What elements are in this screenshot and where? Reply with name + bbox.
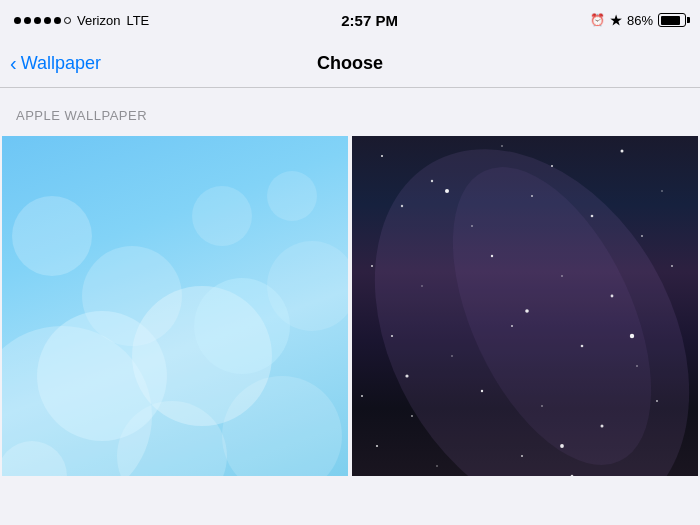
svg-point-24 xyxy=(641,235,643,237)
svg-point-29 xyxy=(611,295,614,298)
svg-point-15 xyxy=(431,180,433,182)
battery-percent: 86% xyxy=(627,13,653,28)
wallpaper-item-bubbles[interactable] xyxy=(2,136,348,476)
status-left: Verizon LTE xyxy=(14,13,149,28)
svg-point-14 xyxy=(381,155,383,157)
signal-dot-4 xyxy=(44,17,51,24)
svg-point-42 xyxy=(376,445,378,447)
svg-point-37 xyxy=(411,415,413,417)
svg-point-25 xyxy=(371,265,373,267)
wallpaper-grid xyxy=(0,134,700,478)
page-title: Choose xyxy=(317,53,383,74)
svg-point-18 xyxy=(621,150,624,153)
svg-point-30 xyxy=(671,265,673,267)
svg-point-11 xyxy=(194,278,290,374)
back-button[interactable]: ‹ Wallpaper xyxy=(10,53,101,74)
svg-point-39 xyxy=(541,405,543,407)
svg-point-44 xyxy=(521,455,523,457)
svg-point-10 xyxy=(37,311,167,441)
chevron-left-icon: ‹ xyxy=(10,53,17,73)
svg-point-16 xyxy=(501,145,503,147)
svg-point-26 xyxy=(421,285,422,286)
svg-point-19 xyxy=(661,190,663,192)
section-header-label: APPLE WALLPAPER xyxy=(16,108,147,123)
svg-point-4 xyxy=(12,196,92,276)
svg-point-46 xyxy=(445,189,449,193)
svg-point-48 xyxy=(630,334,634,338)
svg-point-20 xyxy=(401,205,403,207)
back-button-label: Wallpaper xyxy=(21,53,101,74)
svg-point-40 xyxy=(601,425,604,428)
navigation-bar: ‹ Wallpaper Choose xyxy=(0,40,700,88)
status-time: 2:57 PM xyxy=(341,12,398,29)
signal-dots xyxy=(14,17,71,24)
battery-fill xyxy=(661,16,681,25)
svg-point-50 xyxy=(560,444,564,448)
svg-point-43 xyxy=(436,465,438,467)
status-right: ⏰ ★ 86% xyxy=(590,13,686,28)
svg-point-21 xyxy=(471,225,473,227)
carrier-name: Verizon xyxy=(77,13,120,28)
svg-point-49 xyxy=(405,374,408,377)
svg-point-28 xyxy=(561,275,563,277)
wallpaper-item-stars[interactable] xyxy=(352,136,698,476)
signal-dot-6 xyxy=(64,17,71,24)
svg-point-23 xyxy=(591,215,594,218)
section-header: APPLE WALLPAPER xyxy=(0,88,700,134)
svg-point-31 xyxy=(391,335,393,337)
svg-point-41 xyxy=(656,400,658,402)
svg-point-35 xyxy=(636,365,638,367)
svg-point-47 xyxy=(525,309,529,313)
svg-point-33 xyxy=(511,325,513,327)
signal-dot-5 xyxy=(54,17,61,24)
battery-icon xyxy=(658,13,686,27)
svg-point-5 xyxy=(192,186,252,246)
svg-point-36 xyxy=(361,395,363,397)
alarm-icon: ⏰ xyxy=(590,13,605,27)
svg-point-34 xyxy=(581,345,584,348)
svg-point-27 xyxy=(491,255,493,257)
svg-point-38 xyxy=(481,390,483,392)
network-type: LTE xyxy=(126,13,149,28)
svg-point-22 xyxy=(531,195,533,197)
signal-dot-1 xyxy=(14,17,21,24)
svg-point-9 xyxy=(267,171,317,221)
bluetooth-icon: ★ xyxy=(610,13,622,28)
status-bar: Verizon LTE 2:57 PM ⏰ ★ 86% xyxy=(0,0,700,40)
svg-point-32 xyxy=(451,355,453,357)
svg-point-17 xyxy=(551,165,553,167)
signal-dot-2 xyxy=(24,17,31,24)
signal-dot-3 xyxy=(34,17,41,24)
